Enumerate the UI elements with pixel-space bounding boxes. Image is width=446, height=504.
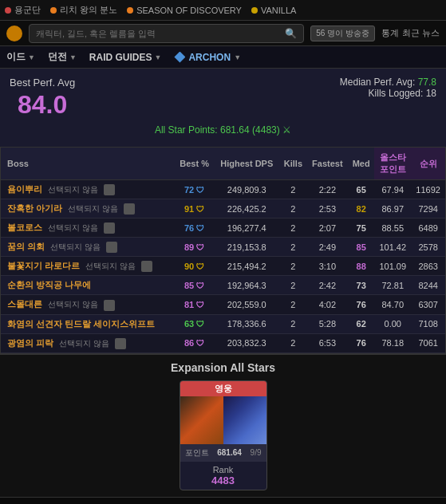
nav-archon[interactable]: ARCHON ▼ [174, 52, 241, 63]
boss-name-cell: 화염의 선견자 틴드랄 세이지스위프트 [1, 314, 175, 333]
boss-name-cell: 순환의 방직공 나무에 [1, 276, 175, 295]
search-input[interactable] [36, 29, 285, 38]
nav-id[interactable]: 이드 ▼ [6, 50, 35, 64]
fastest: 2:22 [307, 180, 348, 199]
bosses-table-wrap: Boss Best % Highest DPS Kills Fastest Me… [0, 147, 446, 354]
boss-spec: 선택되지 않음 [85, 262, 136, 270]
nav-leechi[interactable]: 리치 왕의 분노 [50, 4, 117, 16]
boss-name-cell: 볼코로스 선택되지 않음 [1, 219, 175, 238]
allstar-rank: (4483) [252, 124, 280, 136]
boss-name: 화염의 선견자 틴드랄 세이지스위프트 [7, 319, 155, 329]
hero-card: 영웅 포인트 681.64 9/9 Rank 4483 [180, 380, 267, 490]
best-perf: Best Perf. Avg 84.0 [10, 77, 75, 120]
highest-dps: 196,277.4 [214, 219, 279, 238]
highest-dps: 249,809.3 [214, 180, 279, 199]
kills-label: Kills Logged: 18 [340, 88, 436, 99]
table-row[interactable]: 광염의 피락 선택되지 않음 86 🛡 203,832.3 2 6:53 76 … [1, 333, 445, 352]
best-pct: 85 🛡 [175, 276, 214, 295]
best-pct: 90 🛡 [175, 257, 214, 276]
table-row[interactable]: 화염의 선견자 틴드랄 세이지스위프트 63 🛡 178,336.6 2 5:2… [1, 314, 445, 333]
kills: 2 [279, 333, 307, 352]
allstar-rank: 6489 [411, 219, 445, 238]
fastest: 5:28 [307, 314, 348, 333]
table-row[interactable]: 스몰대른 선택되지 않음 81 🛡 202,559.0 2 4:02 76 84… [1, 295, 445, 314]
news-button[interactable]: 최근 뉴스 [402, 27, 440, 39]
allstar-points: 67.94 [374, 180, 411, 199]
kills: 2 [279, 295, 307, 314]
hero-img-left [180, 396, 223, 444]
col-allstar-rank: 순위 [411, 148, 445, 180]
hero-rank-row: Rank 4483 [180, 462, 266, 490]
chevron-down-icon: ▼ [234, 53, 241, 61]
spec-icon [104, 300, 115, 311]
spec-icon [115, 338, 126, 349]
highest-dps: 226,425.2 [214, 199, 279, 219]
chevron-down-icon: ▼ [155, 53, 162, 61]
boss-name: 욤이뿌리 [7, 184, 42, 194]
best-pct: 63 🛡 [175, 314, 214, 333]
med: 82 [348, 199, 374, 219]
fastest: 2:53 [307, 199, 348, 219]
fastest: 6:53 [307, 333, 348, 352]
nav-label: 용군단 [14, 4, 41, 16]
nav-label: VANILLA [261, 6, 296, 15]
allstar-rank: 8244 [411, 276, 445, 295]
search-icon: 🔍 [285, 28, 297, 39]
med: 85 [348, 238, 374, 257]
col-boss: Boss [1, 148, 175, 180]
boss-spec: 선택되지 않음 [48, 185, 98, 194]
boss-name: 꿈의 의회 [7, 242, 45, 251]
dot-yellow-icon [251, 7, 258, 14]
table-row[interactable]: 순환의 방직공 나무에 85 🛡 192,964.3 2 2:42 73 72.… [1, 276, 445, 295]
nav-raid-guides[interactable]: RAID GUIDES ▼ [89, 52, 162, 63]
table-row[interactable]: 꿈의 의회 선택되지 않음 89 🛡 219,153.8 2 2:49 85 1… [1, 238, 445, 257]
med: 73 [348, 276, 374, 295]
allstar-points: All Star Points: 681.64 (4483) ⚔ [10, 124, 436, 136]
boss-spec: 선택되지 않음 [68, 204, 118, 213]
nav-yonggundan[interactable]: 용군단 [5, 4, 41, 16]
nav-label: SEASON OF DISCOVERY [136, 6, 242, 15]
rank-value: 4483 [211, 474, 235, 486]
highest-dps: 192,964.3 [214, 276, 279, 295]
kills: 2 [279, 180, 307, 199]
best-pct: 81 🛡 [175, 295, 214, 314]
points-label: 포인트 [185, 447, 209, 459]
hero-points-row: 포인트 681.64 9/9 [180, 444, 266, 462]
nav-vanilla[interactable]: VANILLA [251, 6, 296, 15]
boss-name-cell: 잔혹한 아기라 선택되지 않음 [1, 199, 175, 219]
fastest: 2:07 [307, 219, 348, 238]
boss-name-cell: 스몰대른 선택되지 않음 [1, 295, 175, 314]
top-nav: 용군단 리치 왕의 분노 SEASON OF DISCOVERY VANILLA [0, 0, 446, 21]
best-pct: 76 🛡 [175, 219, 214, 238]
fastest: 3:10 [307, 257, 348, 276]
stats-button[interactable]: 통계 [381, 27, 399, 39]
kills: 2 [279, 238, 307, 257]
nav-season[interactable]: SEASON OF DISCOVERY [127, 6, 242, 15]
table-row[interactable]: 불꽃지기 라로다르 선택되지 않음 90 🛡 215,494.2 2 3:10 … [1, 257, 445, 276]
expansion-section: Expansion All Stars 영웅 포인트 681.64 9/9 Ra… [0, 354, 446, 497]
med: 65 [348, 180, 374, 199]
med: 75 [348, 219, 374, 238]
col-kills: Kills [279, 148, 307, 180]
fraction: 9/9 [251, 448, 262, 457]
allstar-rank: 7108 [411, 314, 445, 333]
sword-icon: ⚔ [282, 124, 291, 136]
boss-name-cell: 불꽃지기 라로다르 선택되지 않음 [1, 257, 175, 276]
kills: 2 [279, 257, 307, 276]
archon-logo-icon [174, 52, 185, 63]
nav-dungeon[interactable]: 던전 ▼ [48, 50, 77, 64]
boss-name: 불꽃지기 라로다르 [7, 261, 80, 270]
live-count: 56 명이 방송중 [316, 29, 369, 37]
dot-red-icon [5, 7, 11, 14]
table-row[interactable]: 잔혹한 아기라 선택되지 않음 91 🛡 226,425.2 2 2:53 82… [1, 199, 445, 219]
spec-icon [104, 222, 115, 234]
boss-name: 광염의 피락 [7, 338, 53, 348]
allstar-rank: 11692 [411, 180, 445, 199]
best-pct: 91 🛡 [175, 199, 214, 219]
table-row[interactable]: 욤이뿌리 선택되지 않음 72 🛡 249,809.3 2 2:22 65 67… [1, 180, 445, 199]
boss-name: 스몰대른 [7, 299, 42, 309]
chevron-down-icon: ▼ [69, 53, 77, 61]
table-row[interactable]: 볼코로스 선택되지 않음 76 🛡 196,277.4 2 2:07 75 88… [1, 219, 445, 238]
highest-dps: 178,336.6 [214, 314, 279, 333]
med: 76 [348, 333, 374, 352]
